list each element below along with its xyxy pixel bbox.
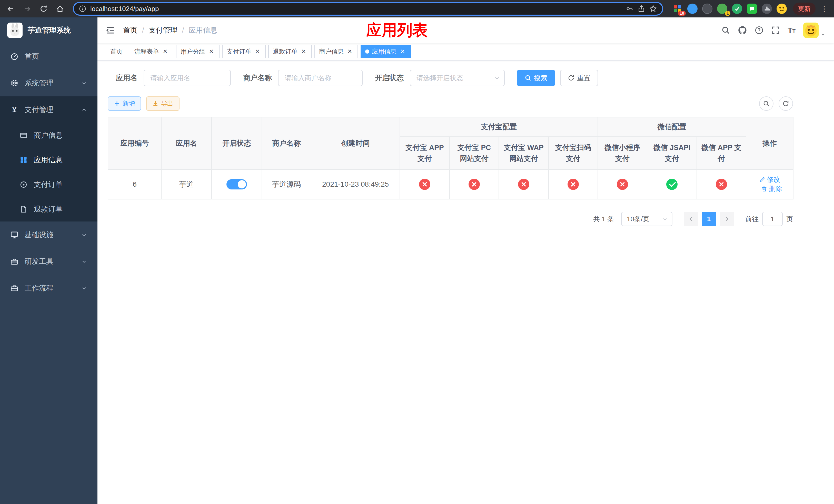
goto-label: 前往 xyxy=(745,214,759,224)
tab-app-info[interactable]: 应用信息 ✕ xyxy=(360,45,411,58)
extension-emoji-icon[interactable] xyxy=(776,4,787,14)
close-icon[interactable]: ✕ xyxy=(254,48,261,55)
add-button-label: 新增 xyxy=(123,99,135,108)
url-text[interactable]: localhost:1024/pay/app xyxy=(90,5,622,13)
download-icon xyxy=(152,100,158,107)
sidebar-item-pay-management[interactable]: ¥ 支付管理 xyxy=(0,96,97,123)
browser-back-button[interactable] xyxy=(4,2,18,15)
address-bar[interactable]: localhost:1024/pay/app xyxy=(73,2,663,16)
status-cross-icon xyxy=(716,179,727,190)
share-icon[interactable] xyxy=(638,5,645,13)
app-name-input[interactable] xyxy=(144,70,231,86)
next-page-button[interactable] xyxy=(720,212,734,226)
extension-grid-icon[interactable]: 10 xyxy=(673,4,683,14)
col-merchant: 商户名称 xyxy=(262,117,311,169)
close-icon[interactable]: ✕ xyxy=(346,48,353,55)
extension-blue-icon[interactable] xyxy=(687,4,698,14)
app-table: 应用编号 应用名 开启状态 商户名称 创建时间 支付宝配置 微信配置 操作 支付… xyxy=(108,117,793,200)
site-info-icon[interactable] xyxy=(79,5,86,12)
cell-actions: 修改 删除 xyxy=(746,169,793,199)
page-number-1[interactable]: 1 xyxy=(702,212,716,226)
browser-reload-button[interactable] xyxy=(37,2,50,15)
page-size-value: 10条/页 xyxy=(627,214,649,224)
export-button[interactable]: 导出 xyxy=(146,96,179,111)
home-icon xyxy=(56,5,64,13)
bookmark-star-icon[interactable] xyxy=(649,5,657,13)
extension-check-icon[interactable] xyxy=(732,4,742,14)
app-logo-row[interactable]: 芋道管理系统 xyxy=(0,18,97,43)
toggle-search-button[interactable] xyxy=(759,96,773,111)
goto-page-input[interactable] xyxy=(762,212,783,226)
sidebar-item-workflow[interactable]: 工作流程 xyxy=(0,275,97,301)
edit-button[interactable]: 修改 xyxy=(759,175,780,184)
breadcrumb-home[interactable]: 首页 xyxy=(123,25,137,35)
browser-update-button[interactable]: 更新 xyxy=(793,3,815,15)
sidebar-item-infrastructure[interactable]: 基础设施 xyxy=(0,222,97,248)
close-icon[interactable]: ✕ xyxy=(208,48,215,55)
page-suffix-label: 页 xyxy=(786,214,793,224)
app-logo-icon xyxy=(7,23,23,38)
sidebar-item-dev-tools[interactable]: 研发工具 xyxy=(0,248,97,275)
extension-chat-icon[interactable] xyxy=(747,4,757,14)
plus-icon xyxy=(114,100,120,107)
search-icon[interactable] xyxy=(721,26,730,35)
sidebar-item-label: 基础设施 xyxy=(25,230,53,240)
row-status-toggle[interactable] xyxy=(226,179,247,189)
font-size-icon[interactable]: TT xyxy=(788,26,795,35)
fullscreen-icon[interactable] xyxy=(771,26,780,35)
chevron-down-icon xyxy=(81,232,87,238)
refresh-table-button[interactable] xyxy=(778,96,793,111)
col-status: 开启状态 xyxy=(212,117,262,169)
password-key-icon[interactable] xyxy=(626,5,633,13)
browser-forward-button[interactable] xyxy=(21,2,34,15)
col-alipay-qr: 支付宝扫码支付 xyxy=(549,137,598,169)
close-icon[interactable]: ✕ xyxy=(399,48,406,55)
page-title: 应用列表 xyxy=(366,20,428,41)
prev-page-button[interactable] xyxy=(684,212,698,226)
col-group-wechat: 微信配置 xyxy=(598,117,746,137)
search-button[interactable]: 搜索 xyxy=(517,70,555,86)
tab-merchant-info[interactable]: 商户信息 ✕ xyxy=(314,45,358,58)
col-app-name: 应用名 xyxy=(161,117,212,169)
breadcrumb-pay[interactable]: 支付管理 xyxy=(149,25,177,35)
sidebar-item-label: 系统管理 xyxy=(25,78,53,88)
status-select[interactable]: 请选择开启状态 xyxy=(410,70,505,86)
sidebar-item-label: 支付订单 xyxy=(34,180,63,189)
tab-refund-orders[interactable]: 退款订单 ✕ xyxy=(268,45,312,58)
page-size-select[interactable]: 10条/页 xyxy=(621,212,673,226)
filter-app-name: 应用名 xyxy=(116,70,231,86)
extension-puzzle-icon[interactable] xyxy=(762,4,772,14)
browser-menu-button[interactable]: ⋮ xyxy=(819,5,830,13)
avatar[interactable] xyxy=(803,23,819,38)
tab-pay-orders[interactable]: 支付订单 ✕ xyxy=(222,45,266,58)
tab-user-group[interactable]: 用户分组 ✕ xyxy=(176,45,220,58)
sidebar-item-system[interactable]: 系统管理 xyxy=(0,70,97,96)
status-label: 开启状态 xyxy=(375,73,404,83)
extension-avatar-icon[interactable]: 1 xyxy=(717,4,727,14)
browser-home-button[interactable] xyxy=(53,2,67,15)
github-icon[interactable] xyxy=(738,26,747,35)
sidebar-item-refund-orders[interactable]: 退款订单 xyxy=(0,197,97,222)
reset-button[interactable]: 重置 xyxy=(560,70,598,86)
breadcrumb-separator: / xyxy=(142,26,144,35)
sidebar-toggle-icon[interactable] xyxy=(106,26,115,35)
cell-created: 2021-10-23 08:49:25 xyxy=(311,169,400,199)
delete-button[interactable]: 删除 xyxy=(761,184,782,193)
add-button[interactable]: 新增 xyxy=(108,96,141,111)
tab-label: 首页 xyxy=(110,47,123,55)
sidebar-item-merchant-info[interactable]: 商户信息 xyxy=(0,123,97,148)
col-group-alipay: 支付宝配置 xyxy=(400,117,598,137)
tab-process-form[interactable]: 流程表单 ✕ xyxy=(130,45,173,58)
sidebar-item-home[interactable]: 首页 xyxy=(0,43,97,70)
merchant-name-input[interactable] xyxy=(278,70,363,86)
user-menu[interactable] xyxy=(803,23,826,38)
col-wechat-app: 微信 APP 支付 xyxy=(697,137,746,169)
refresh-icon xyxy=(783,100,789,107)
close-icon[interactable]: ✕ xyxy=(300,48,307,55)
help-icon[interactable] xyxy=(755,26,764,35)
extension-dark-icon[interactable] xyxy=(702,4,712,14)
close-icon[interactable]: ✕ xyxy=(161,48,169,55)
tab-home[interactable]: 首页 xyxy=(106,45,127,58)
sidebar-item-pay-orders[interactable]: 支付订单 xyxy=(0,172,97,197)
sidebar-item-app-info[interactable]: 应用信息 xyxy=(0,148,97,172)
